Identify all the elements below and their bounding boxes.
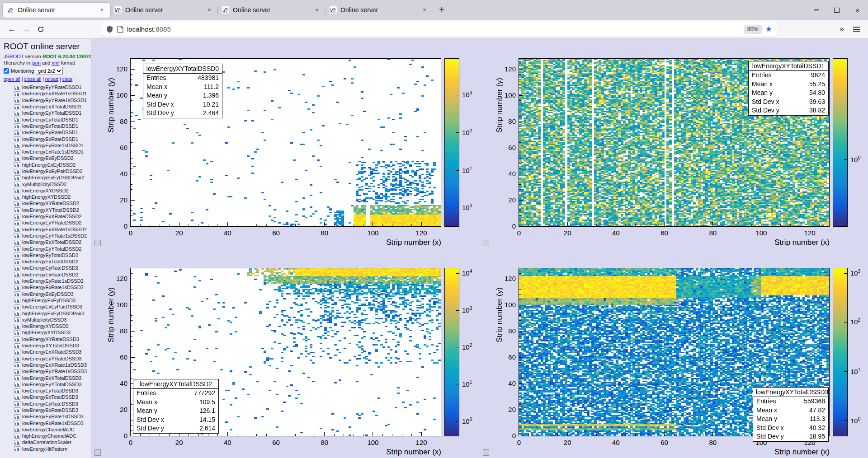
tree-item-lowEnergyExRate1sDSSD2[interactable]: lowEnergyExRate1sDSSD2 [4,284,91,290]
tree-item-lowEnergyEyYRate1sDSSD1[interactable]: lowEnergyEyYRate1sDSSD1 [4,97,91,103]
tree-item-lowEnergyExXRateDSSD2[interactable]: lowEnergyExXRateDSSD2 [4,213,91,220]
tree-item-lowEnergyXYRateDSSD2[interactable]: lowEnergyXYRateDSSD2 [4,200,91,206]
tree-item-lowEnergyExEyPairDSSD3[interactable]: lowEnergyExEyPairDSSD3 [4,304,91,310]
tree-item-highEnergyXYDSSD2[interactable]: highEnergyXYDSSD2 [4,194,91,200]
jsroot-link[interactable]: JSROOT [4,54,24,59]
action-close-all-link[interactable]: close all [24,76,41,82]
stat-box[interactable]: lowEnergyXYTotalDSSD0Entries483981Mean x… [143,64,222,118]
tree-item-lowEnergyExRateDSSD1[interactable]: lowEnergyExRateDSSD1 [4,136,91,142]
pad-resize-handle[interactable] [94,240,101,246]
tree-item-lowEnergyEyYTotalDSSD1[interactable]: lowEnergyEyYTotalDSSD1 [4,110,91,116]
tree-item-lowEnergyExTotalDSSD1[interactable]: lowEnergyExTotalDSSD1 [4,123,91,129]
tree-item-lowEnergyExXTotalDSSD3[interactable]: lowEnergyExXTotalDSSD3 [4,374,91,381]
monitoring-checkbox[interactable] [4,68,9,74]
tree-item-xyMultiplicityDSSD3[interactable]: xyMultiplicityDSSD3 [4,317,91,323]
tree-item-lowEnergyChannelADC[interactable]: lowEnergyChannelADC [4,426,91,433]
tree-item-lowEnergyHitPattern[interactable]: lowEnergyHitPattern [4,446,91,452]
action-reload-link[interactable]: reload [45,76,58,82]
tree-item-lowEnergyEyTotalDSSD2[interactable]: lowEnergyEyTotalDSSD2 [4,252,91,258]
tree-item-highEnergyExEyDSSD2[interactable]: highEnergyExEyDSSD2 [4,162,91,168]
tree-item-lowEnergyExXRate1sDSSD2[interactable]: lowEnergyExXRate1sDSSD2 [4,226,91,233]
tree-item-lowEnergyEyRate1sDSSD3[interactable]: lowEnergyEyRate1sDSSD3 [4,413,91,420]
json-format-link[interactable]: json [32,60,41,65]
tree-item-xyMultiplicityDSSD2[interactable]: xyMultiplicityDSSD2 [4,181,91,187]
tree-item-lowEnergyXYTotalDSSD3[interactable]: lowEnergyXYTotalDSSD3 [4,342,91,349]
tab-close-icon[interactable]: × [312,5,321,14]
tree-item-lowEnergyExXTotalDSSD2[interactable]: lowEnergyExXTotalDSSD2 [4,239,91,245]
tree-item-highEnergyExEyDSSDPair3[interactable]: highEnergyExEyDSSDPair3 [4,310,91,316]
minimize-button[interactable] [806,0,826,20]
tree-item-lowEnergyExEyPairDSSD2[interactable]: lowEnergyExEyPairDSSD2 [4,168,91,174]
tree-item-lowEnergyEyRateDSSD2[interactable]: lowEnergyEyRateDSSD2 [4,265,91,271]
overflow-menu-button[interactable]: » [835,22,849,37]
stat-box[interactable]: lowEnergyXYTotalDSSD3Entries559368Mean x… [753,387,829,442]
tree-item-lowEnergyEyYRateDSSD2[interactable]: lowEnergyEyYRateDSSD2 [4,220,91,226]
tree-item-lowEnergyExEyDSSD2[interactable]: lowEnergyExEyDSSD2 [4,155,91,161]
stat-box[interactable]: lowEnergyXYTotalDSSD1Entries9624Mean x55… [748,61,829,116]
browser-tab-4[interactable]: Online server× [326,3,433,18]
tree-item-lowEnergyExEyDSSD3[interactable]: lowEnergyExEyDSSD3 [4,291,91,297]
url-bar[interactable]: localhost:8085 80% ★ [101,22,777,37]
forward-button[interactable]: → [19,22,33,37]
close-button[interactable]: × [847,0,868,20]
tree-item-lowEnergyEyYRateDSSD1[interactable]: lowEnergyEyYRateDSSD1 [4,84,91,90]
tab-close-icon[interactable]: × [97,5,106,14]
tree-item-lowEnergyExXRate1sDSSD3[interactable]: lowEnergyExXRate1sDSSD3 [4,362,91,368]
tree-item-highEnergyExEyDSSD3[interactable]: highEnergyExEyDSSD3 [4,297,91,304]
tree-item-lowEnergyEyYRate1sDSSD3[interactable]: lowEnergyEyYRate1sDSSD3 [4,368,91,374]
tree-item-highEnergyExEyDSSDPair2[interactable]: highEnergyExEyDSSDPair2 [4,174,91,181]
tree-item-lowEnergyEyYRateDSSD3[interactable]: lowEnergyEyYRateDSSD3 [4,355,91,361]
plot-pad-lowEnergyXYTotalDSSD3[interactable]: 020406080100120020406080100120Strip numb… [480,248,868,458]
new-tab-button[interactable]: + [435,3,448,17]
tree-item-lowEnergyExXTotalDSSD1[interactable]: lowEnergyExXTotalDSSD1 [4,103,91,110]
tree-item-lowEnergyExRate1sDSSD1[interactable]: lowEnergyExRate1sDSSD1 [4,149,91,155]
plot-pad-lowEnergyXYTotalDSSD2[interactable]: 020406080100120020406080100120Strip numb… [91,248,480,458]
browser-tab-2[interactable]: Online server× [110,3,218,18]
tree-item-lowEnergyEyYRate1sDSSD2[interactable]: lowEnergyEyYRate1sDSSD2 [4,233,91,239]
tree-item-lowEnergyEyRateDSSD1[interactable]: lowEnergyEyRateDSSD1 [4,129,91,136]
xml-format-link[interactable]: xml [52,60,59,65]
tree-item-lowEnergyEyYTotalDSSD3[interactable]: lowEnergyEyYTotalDSSD3 [4,381,91,388]
tree-item-lowEnergyEyTotalDSSD3[interactable]: lowEnergyEyTotalDSSD3 [4,388,91,394]
tree-item-lowEnergyExXRateDSSD3[interactable]: lowEnergyExXRateDSSD3 [4,349,91,355]
tree-item-lowEnergyXYDSSD2[interactable]: lowEnergyXYDSSD2 [4,187,91,194]
tree-item-highEnergyChannelADC[interactable]: highEnergyChannelADC [4,433,91,439]
browser-tab-3[interactable]: Online server× [218,3,326,18]
page-info-icon[interactable] [117,26,123,33]
stat-box[interactable]: lowEnergyXYTotalDSSD2Entries777292Mean x… [133,379,219,434]
tree-item-lowEnergyExRateDSSD3[interactable]: lowEnergyExRateDSSD3 [4,407,91,413]
pad-resize-handle[interactable] [483,449,489,456]
tree-item-lowEnergyEyTotalDSSD1[interactable]: lowEnergyEyTotalDSSD1 [4,116,91,122]
tree-item-lowEnergyExRateDSSD2[interactable]: lowEnergyExRateDSSD2 [4,271,91,278]
reload-button[interactable] [33,22,48,37]
tree-item-lowEnergyXYTotalDSSD2[interactable]: lowEnergyXYTotalDSSD2 [4,207,91,213]
tree-item-highEnergyXYDSSD3[interactable]: highEnergyXYDSSD3 [4,329,91,336]
tree-item-deltaCorrelationScaler[interactable]: deltaCorrelationScaler [4,439,91,445]
plot-pad-lowEnergyXYTotalDSSD0[interactable]: 020406080100120020406080100120Strip numb… [91,39,480,248]
tracking-protection-shield-icon[interactable] [106,25,113,33]
tree-item-lowEnergyEyRate1sDSSD1[interactable]: lowEnergyEyRate1sDSSD1 [4,142,91,149]
app-menu-button[interactable] [849,22,863,37]
tab-close-icon[interactable]: × [420,5,429,14]
layout-select[interactable]: grid 2x2 [36,67,63,75]
pad-resize-handle[interactable] [94,449,101,456]
tree-item-lowEnergyXYRateDSSD3[interactable]: lowEnergyXYRateDSSD3 [4,336,91,342]
action-clear-link[interactable]: clear [62,76,73,82]
tree-item-lowEnergyEyYTotalDSSD2[interactable]: lowEnergyEyYTotalDSSD2 [4,245,91,252]
plot-pad-lowEnergyXYTotalDSSD1[interactable]: 020406080100120020406080100120Strip numb… [480,39,868,248]
bookmark-star-icon[interactable]: ★ [765,24,772,34]
tree-item-lowEnergyExXRate1sDSSD1[interactable]: lowEnergyExXRate1sDSSD1 [4,90,91,97]
tab-close-icon[interactable]: × [205,5,214,14]
tree-item-lowEnergyExTotalDSSD3[interactable]: lowEnergyExTotalDSSD3 [4,394,91,400]
pad-resize-handle[interactable] [483,240,489,246]
tree-item-lowEnergyXYDSSD3[interactable]: lowEnergyXYDSSD3 [4,323,91,329]
tree-item-lowEnergyExRate1sDSSD3[interactable]: lowEnergyExRate1sDSSD3 [4,420,91,426]
back-button[interactable]: ← [5,22,19,37]
action-open-all-link[interactable]: open all [4,76,20,82]
zoom-indicator[interactable]: 80% [744,25,762,34]
tree-item-lowEnergyEyRate1sDSSD2[interactable]: lowEnergyEyRate1sDSSD2 [4,278,91,284]
maximize-button[interactable] [826,0,847,20]
tree-item-lowEnergyExTotalDSSD2[interactable]: lowEnergyExTotalDSSD2 [4,258,91,265]
tree-item-lowEnergyEyRateDSSD3[interactable]: lowEnergyEyRateDSSD3 [4,401,91,407]
browser-tab-1[interactable]: Online server× [3,3,110,18]
